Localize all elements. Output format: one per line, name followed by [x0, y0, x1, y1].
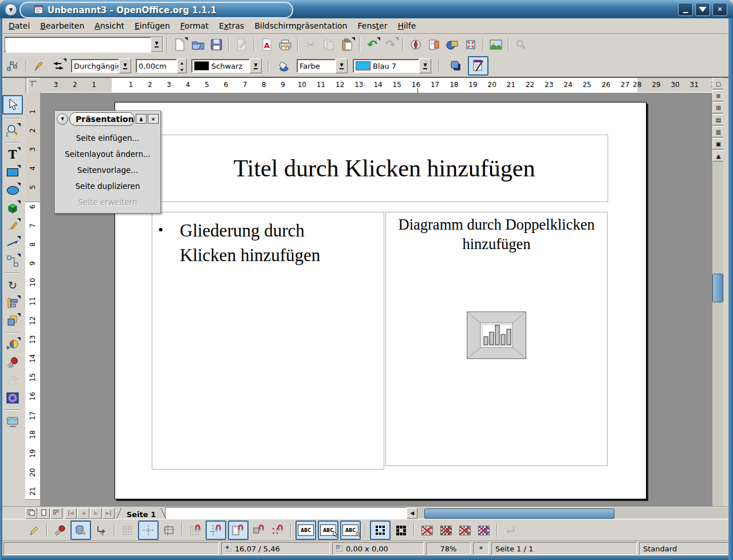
scroll-left-button[interactable]: ◀	[407, 508, 417, 519]
text-tool-button[interactable]: T	[4, 147, 21, 163]
snap-to-object-points-button[interactable]	[269, 522, 286, 538]
chart-placeholder[interactable]: Diagramm durch Doppelklicken hinzufügen	[385, 212, 608, 466]
minimize-button[interactable]: ▁	[678, 3, 693, 16]
line-style-dropdown-button[interactable]: ▼	[119, 58, 131, 73]
url-input[interactable]	[5, 38, 151, 51]
snap-to-page-margins-button[interactable]	[228, 520, 249, 540]
quick-editing-button[interactable]: ABC	[295, 520, 316, 540]
vertical-scroll-thumb[interactable]	[712, 274, 723, 302]
line-arrow-tool-button[interactable]	[4, 235, 21, 251]
interaction-tool-button[interactable]	[4, 372, 21, 388]
quick-edit-pen-button[interactable]	[25, 522, 42, 538]
horizontal-scroll-thumb[interactable]	[424, 508, 614, 519]
text-placeholder-button[interactable]	[456, 522, 474, 538]
snap-to-grid-button[interactable]	[187, 522, 204, 538]
new-document-button[interactable]	[171, 37, 188, 53]
window-menu-button[interactable]: ▼	[5, 3, 17, 16]
ellipse-tool-button[interactable]	[4, 182, 21, 198]
menu-hilfe[interactable]: Hilfe	[392, 20, 421, 31]
page-mode-button[interactable]	[25, 508, 37, 519]
panel-rollup-button[interactable]: ▲	[136, 114, 147, 124]
menu-bearbeiten[interactable]: Bearbeiten	[35, 20, 89, 31]
vertical-ruler[interactable]: 123456789101112131415161718192021	[25, 93, 41, 506]
line-width-spin-buttons[interactable]: ▲▼	[177, 58, 187, 73]
outline-placeholder[interactable]: •Gliederung durch Klicken hinzufügen	[152, 212, 384, 470]
snap-to-snap-lines-button[interactable]	[206, 520, 226, 540]
notes-view-button[interactable]: ▤	[712, 114, 724, 125]
copy-button[interactable]	[320, 37, 337, 53]
menu-fenster[interactable]: Fenster	[353, 20, 393, 31]
status-page-field[interactable]: Seite 1 / 1	[491, 542, 637, 555]
menu-format[interactable]: Format	[175, 20, 214, 31]
horizontal-ruler[interactable]: 3211234567891011121314151617181920212223…	[27, 78, 723, 93]
undo-button[interactable]: ↶	[364, 37, 381, 53]
master-mode-button[interactable]	[38, 508, 50, 519]
fill-style-value[interactable]: Farbe	[297, 59, 336, 73]
select-text-area-button[interactable]: ABC	[318, 520, 338, 540]
shadow-button[interactable]	[447, 58, 464, 74]
panel-item[interactable]: Seite duplizieren	[55, 178, 160, 194]
effects-tool-button[interactable]	[4, 354, 21, 370]
fill-style-dropdown-button[interactable]: ▼	[336, 58, 348, 73]
line-color-dropdown-button[interactable]: ▼	[250, 58, 262, 73]
show-snap-lines-button[interactable]	[138, 520, 159, 540]
controller-3d-tool-button[interactable]	[4, 390, 21, 406]
title-placeholder[interactable]: Titel durch Klicken hinzufügen	[160, 135, 608, 202]
picture-placeholder-button[interactable]	[419, 522, 436, 538]
horizontal-scrollbar[interactable]: ◀ ▶ ◀▶	[407, 508, 733, 518]
fill-bucket-button[interactable]	[275, 58, 293, 74]
insert-graphic-button[interactable]	[487, 37, 505, 53]
previous-page-button[interactable]: ◀	[77, 508, 89, 519]
last-page-button[interactable]: ▶	[103, 508, 115, 519]
enter-group-button[interactable]	[93, 522, 110, 538]
contour-mode-button[interactable]	[438, 522, 455, 538]
arrow-ends-button[interactable]	[50, 58, 67, 74]
line-width-value[interactable]: 0,00cm	[136, 59, 177, 73]
vertical-scroll-track[interactable]	[712, 162, 723, 529]
allow-interaction-button[interactable]	[70, 520, 91, 540]
start-presentation-button[interactable]: ▣	[712, 138, 724, 149]
maximize-button[interactable]	[695, 3, 710, 16]
simple-handles-button[interactable]	[370, 520, 391, 540]
horizontal-scroll-track[interactable]	[417, 508, 733, 518]
double-click-text-button[interactable]: ABC	[340, 520, 361, 540]
url-dropdown-button[interactable]: ▼	[151, 37, 163, 52]
data-sources-button[interactable]	[513, 37, 530, 53]
gallery-button[interactable]	[444, 37, 461, 53]
alignment-tool-button[interactable]	[4, 295, 21, 311]
scroll-up-button[interactable]: ▲	[712, 150, 724, 161]
pen-button[interactable]	[31, 58, 48, 74]
select-button[interactable]	[2, 95, 23, 115]
object-3d-tool-button[interactable]	[4, 200, 21, 216]
print-button[interactable]	[277, 37, 294, 53]
ruler-corner-button[interactable]	[27, 78, 41, 93]
cut-button[interactable]: ✂	[302, 37, 319, 53]
large-handles-button[interactable]	[392, 522, 409, 538]
paste-button[interactable]	[338, 37, 356, 53]
arrange-tool-button[interactable]	[4, 313, 21, 329]
panel-item[interactable]: Seitenvorlage...	[55, 162, 160, 178]
status-zoom-field[interactable]: 78%	[426, 542, 471, 555]
layer-mode-button[interactable]	[50, 508, 62, 519]
status-style-field[interactable]: Standard	[639, 542, 733, 555]
zoom-tool-button[interactable]	[4, 123, 21, 139]
presentation-tool-button[interactable]	[4, 414, 21, 430]
redo-button[interactable]: ↷	[382, 37, 399, 53]
status-position-field[interactable]: 16,07 / 5,46	[221, 542, 330, 555]
outline-view-button[interactable]: ≣	[712, 90, 724, 101]
export-pdf-button[interactable]: A	[258, 37, 275, 53]
stylist-button[interactable]	[425, 37, 443, 53]
menu-extras[interactable]: Extras	[214, 20, 249, 31]
rotate-tool-button[interactable]: ↻	[4, 277, 21, 293]
slide-page[interactable]: Titel durch Klicken hinzufügen •Gliederu…	[115, 102, 647, 499]
show-grid-button[interactable]	[119, 522, 136, 538]
insert-object-tool-button[interactable]	[4, 337, 21, 353]
drawing-view-button[interactable]: ▢	[712, 78, 724, 89]
panel-item[interactable]: Seitenlayout ändern...	[55, 146, 160, 162]
close-button[interactable]: ✕	[712, 3, 727, 16]
save-button[interactable]	[208, 37, 225, 53]
open-folder-button[interactable]	[190, 37, 207, 53]
curve-tool-button[interactable]	[4, 218, 21, 234]
connector-tool-button[interactable]	[4, 253, 21, 269]
edit-file-button[interactable]	[233, 37, 250, 53]
